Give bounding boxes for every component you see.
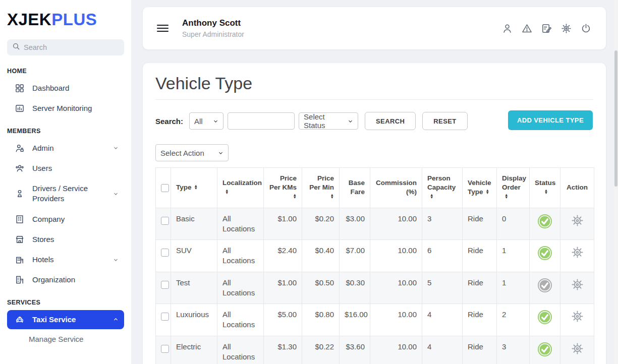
logo-text-black: XJEK bbox=[7, 10, 51, 29]
column-header-type[interactable]: Type▲▼ bbox=[171, 168, 217, 208]
cell-price-per-min: $0.80 bbox=[302, 304, 340, 336]
cell-status bbox=[530, 304, 560, 336]
cell-type: Test bbox=[171, 272, 217, 304]
action-gear-icon[interactable] bbox=[571, 246, 584, 259]
form-icon[interactable] bbox=[540, 22, 552, 34]
sort-icon: ▲▼ bbox=[330, 194, 334, 199]
row-checkbox[interactable] bbox=[161, 249, 169, 257]
sort-icon: ▲▼ bbox=[225, 190, 229, 194]
cell-checkbox bbox=[156, 208, 171, 240]
sidebar-item-manage-service[interactable]: Manage Service bbox=[0, 330, 131, 348]
sidebar-search[interactable] bbox=[7, 39, 124, 55]
sidebar-item-drivers-service-providers[interactable]: Drivers / Service Providers bbox=[7, 179, 124, 209]
status-active-icon[interactable] bbox=[537, 214, 552, 229]
taxi-icon bbox=[14, 315, 25, 325]
section-label-services: SERVICES bbox=[0, 291, 131, 309]
cell-price-per-min: $0.20 bbox=[302, 208, 340, 240]
column-header-person-capacity[interactable]: Person Capacity▲▼ bbox=[422, 168, 463, 208]
action-gear-icon[interactable] bbox=[571, 342, 584, 355]
column-header-display-order[interactable]: Display Order▲▼ bbox=[497, 168, 530, 208]
column-header-status[interactable]: Status▲▼ bbox=[530, 168, 560, 208]
table-body: BasicAll Locations$1.00$0.20$3.0010.003R… bbox=[156, 208, 594, 364]
column-header-action: Action bbox=[560, 168, 594, 208]
sort-icon: ▲▼ bbox=[486, 190, 489, 194]
cell-display-order: 1 bbox=[497, 272, 530, 304]
bulk-action-select[interactable]: Select Action bbox=[155, 144, 229, 161]
power-icon[interactable] bbox=[580, 22, 592, 34]
search-button[interactable]: SEARCH bbox=[365, 112, 416, 130]
status-active-icon[interactable] bbox=[537, 342, 552, 357]
cell-action bbox=[560, 208, 594, 240]
cell-localization: All Locations bbox=[217, 240, 264, 272]
row-checkbox[interactable] bbox=[161, 313, 169, 321]
cell-action bbox=[560, 304, 594, 336]
sidebar-item-stores[interactable]: Stores bbox=[7, 230, 124, 249]
status-active-icon[interactable] bbox=[537, 310, 552, 325]
row-checkbox[interactable] bbox=[161, 281, 169, 289]
sidebar-item-server-monitoring[interactable]: Server Monitoring bbox=[7, 99, 124, 118]
add-vehicle-type-button[interactable]: ADD VEHICLE TYPE bbox=[508, 110, 593, 130]
cell-checkbox bbox=[156, 272, 171, 304]
column-header-commission: Commission (%) bbox=[370, 168, 422, 208]
status-select[interactable]: Select Status bbox=[299, 112, 358, 130]
cell-action bbox=[560, 336, 594, 364]
sidebar: XJEKPLUS HOME Dashboard Server Monitorin… bbox=[0, 0, 131, 364]
search-field-select[interactable]: All bbox=[189, 112, 223, 130]
store-icon bbox=[14, 234, 25, 245]
cell-vehicle-type: Ride bbox=[463, 240, 497, 272]
cell-base-fare: $7.00 bbox=[340, 240, 370, 272]
search-keyword-input[interactable] bbox=[228, 112, 295, 130]
hotel-icon bbox=[14, 255, 25, 265]
menu-toggle-icon[interactable] bbox=[157, 23, 168, 34]
cell-commission: 10.00 bbox=[370, 304, 422, 336]
alert-icon[interactable] bbox=[521, 22, 533, 34]
sidebar-item-dashboard[interactable]: Dashboard bbox=[7, 79, 124, 98]
sidebar-search-input[interactable] bbox=[24, 43, 119, 51]
cell-person-capacity: 6 bbox=[422, 240, 463, 272]
page-title: Vehicle Type bbox=[155, 71, 593, 95]
sort-icon: ▲▼ bbox=[430, 194, 433, 199]
table-row: ElectricAll Locations$1.30$0.22$3.6010.0… bbox=[156, 336, 594, 364]
cell-display-order: 2 bbox=[497, 304, 530, 336]
action-gear-icon[interactable] bbox=[571, 214, 584, 227]
cell-person-capacity: 5 bbox=[422, 272, 463, 304]
reset-button[interactable]: RESET bbox=[422, 112, 467, 130]
row-checkbox[interactable] bbox=[161, 217, 169, 225]
cell-status bbox=[530, 272, 560, 304]
action-gear-icon[interactable] bbox=[571, 310, 584, 323]
sidebar-item-organization[interactable]: Organization bbox=[7, 270, 124, 289]
sidebar-item-hotels[interactable]: Hotels bbox=[7, 250, 124, 269]
select-all-checkbox[interactable] bbox=[161, 184, 169, 192]
page-scrollbar[interactable] bbox=[614, 0, 618, 364]
cell-checkbox bbox=[156, 336, 171, 364]
cell-person-capacity: 4 bbox=[422, 304, 463, 336]
cell-display-order: 1 bbox=[497, 240, 530, 272]
column-header-price-per-min[interactable]: Price Per Min▲▼ bbox=[302, 168, 340, 208]
action-gear-icon[interactable] bbox=[571, 278, 584, 291]
chevron-down-icon bbox=[113, 145, 119, 151]
sidebar-item-taxi-service[interactable]: Taxi Service bbox=[7, 310, 124, 329]
status-inactive-icon[interactable] bbox=[537, 278, 552, 293]
cell-price-per-km: $1.30 bbox=[264, 336, 302, 364]
cell-price-per-km: $1.00 bbox=[264, 272, 302, 304]
status-active-icon[interactable] bbox=[537, 246, 552, 261]
settings-icon[interactable] bbox=[560, 22, 572, 34]
row-checkbox[interactable] bbox=[161, 345, 169, 353]
title-divider bbox=[155, 99, 593, 100]
column-header-localization[interactable]: Localization▲▼ bbox=[217, 168, 264, 208]
cell-commission: 10.00 bbox=[370, 208, 422, 240]
sidebar-item-users[interactable]: Users bbox=[7, 159, 124, 178]
cell-base-fare: $16.00 bbox=[340, 304, 370, 336]
column-header-vehicle-type[interactable]: Vehicle Type▲▼ bbox=[463, 168, 497, 208]
sidebar-item-admin[interactable]: Admin bbox=[7, 139, 124, 158]
cell-checkbox bbox=[156, 240, 171, 272]
sort-icon: ▲▼ bbox=[293, 194, 297, 199]
cell-type: Electric bbox=[171, 336, 217, 364]
sidebar-item-company[interactable]: Company bbox=[7, 210, 124, 229]
column-header-price-per-kms[interactable]: Price Per KMs▲▼ bbox=[264, 168, 302, 208]
cell-price-per-min: $0.50 bbox=[302, 272, 340, 304]
table-head: Type▲▼Localization▲▼Price Per KMs▲▼Price… bbox=[156, 168, 594, 208]
cell-price-per-km: $5.00 bbox=[264, 304, 302, 336]
profile-icon[interactable] bbox=[501, 22, 513, 34]
scrollbar-thumb[interactable] bbox=[614, 50, 617, 187]
